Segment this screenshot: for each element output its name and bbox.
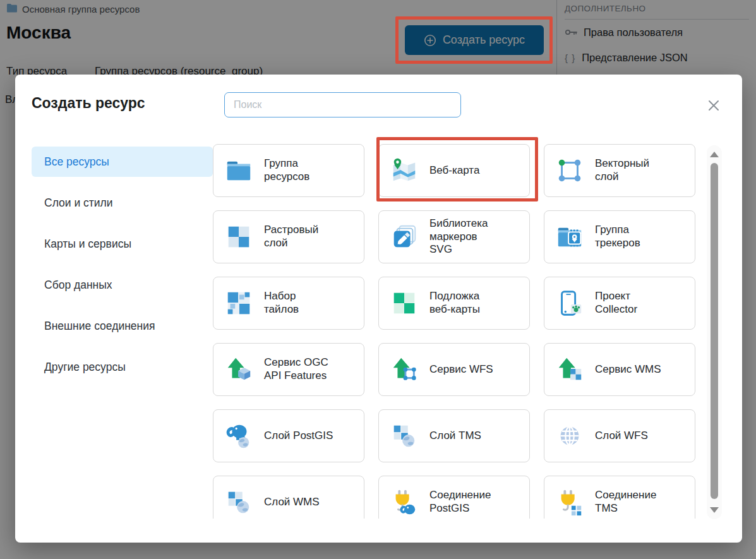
dialog-title: Создать ресурс xyxy=(32,95,145,112)
resource-card-label: Набор тайлов xyxy=(264,290,299,316)
resource-card-basemap[interactable]: Подложка веб-карты xyxy=(378,277,530,330)
resource-group-icon xyxy=(224,156,253,185)
tracker-group-icon xyxy=(555,222,584,251)
postgis-connection-icon xyxy=(390,488,419,517)
resource-card-svg-marker-library[interactable]: Библиотека маркеров SVG xyxy=(378,210,530,263)
svg-marker-library-icon xyxy=(390,222,419,251)
category-other-resources[interactable]: Другие ресурсы xyxy=(32,352,213,382)
resource-card-tileset[interactable]: Набор тайлов xyxy=(213,277,364,330)
raster-layer-icon xyxy=(224,222,253,251)
resource-card-label: Слой WFS xyxy=(595,430,648,443)
ogc-api-service-icon xyxy=(224,355,253,384)
wms-layer-icon xyxy=(224,488,253,517)
tms-layer-icon xyxy=(390,421,419,450)
resource-card-tms-layer[interactable]: Слой TMS xyxy=(378,409,530,462)
resource-card-label: Векторный слой xyxy=(595,157,649,183)
create-resource-dialog: Создать ресурс Все ресурсы Слои и стили … xyxy=(15,75,742,543)
resource-card-label: Библиотека маркеров SVG xyxy=(429,217,488,256)
resource-card-tracker-group[interactable]: Группа трекеров xyxy=(544,210,695,263)
scrollbar-thumb[interactable] xyxy=(711,163,718,499)
resource-card-label: Слой TMS xyxy=(429,430,481,443)
resource-card-raster-layer[interactable]: Растровый слой xyxy=(213,210,364,263)
category-menu: Все ресурсы Слои и стили Карты и сервисы… xyxy=(32,147,213,393)
resource-card-collector-project[interactable]: Проект Collector xyxy=(544,277,695,330)
category-maps-and-services[interactable]: Карты и сервисы xyxy=(32,229,213,259)
category-data-collection[interactable]: Сбор данных xyxy=(32,270,213,300)
vector-layer-icon xyxy=(555,156,584,185)
collector-project-icon xyxy=(555,289,584,318)
category-layers-and-styles[interactable]: Слои и стили xyxy=(32,188,213,218)
scroll-up-icon[interactable] xyxy=(710,152,719,157)
search-input[interactable] xyxy=(224,92,461,117)
resource-card-label: Слой WMS xyxy=(264,496,320,509)
resource-card-label: Соединение PostGIS xyxy=(429,489,491,515)
basemap-icon xyxy=(390,289,419,318)
resource-card-postgis-connection[interactable]: Соединение PostGIS xyxy=(378,476,530,519)
resource-card-wms-layer[interactable]: Слой WMS xyxy=(213,476,364,519)
scroll-down-icon[interactable] xyxy=(710,507,719,513)
resource-card-label: Группа ресурсов xyxy=(264,157,309,183)
resource-card-resource-group[interactable]: Группа ресурсов xyxy=(213,144,364,197)
wfs-service-icon xyxy=(390,355,419,384)
web-map-icon xyxy=(390,156,419,185)
postgis-layer-icon xyxy=(224,421,253,450)
resource-card-label: Проект Collector xyxy=(595,290,637,316)
resource-card-wms-service[interactable]: Сервис WMS xyxy=(544,343,695,396)
resource-card-postgis-layer[interactable]: Слой PostGIS xyxy=(213,409,364,462)
resource-card-label: Соединение TMS xyxy=(595,489,656,515)
category-external-connections[interactable]: Внешние соединения xyxy=(32,311,213,341)
scrollbar[interactable] xyxy=(707,145,722,519)
resource-card-tms-connection[interactable]: Соединение TMS xyxy=(544,476,695,519)
resource-card-label: Сервис WFS xyxy=(429,363,493,376)
resource-card-label: Сервис WMS xyxy=(595,363,661,376)
resource-card-label: Группа трекеров xyxy=(595,224,640,249)
tms-connection-icon xyxy=(555,488,584,517)
wfs-layer-icon xyxy=(555,421,584,450)
resource-card-wfs-service[interactable]: Сервис WFS xyxy=(378,343,530,396)
resource-card-label: Веб-карта xyxy=(429,164,479,177)
resource-card-label: Сервис OGC API Features xyxy=(264,356,328,382)
tileset-icon xyxy=(224,289,253,318)
resource-card-label: Растровый слой xyxy=(264,224,318,249)
resource-card-ogc-api-service[interactable]: Сервис OGC API Features xyxy=(213,343,364,396)
resource-card-web-map[interactable]: Веб-карта xyxy=(378,144,530,197)
resource-card-wfs-layer[interactable]: Слой WFS xyxy=(544,409,695,462)
resource-grid: Группа ресурсов Веб-карта Векторный слой… xyxy=(213,144,695,519)
wms-service-icon xyxy=(555,355,584,384)
category-all-resources[interactable]: Все ресурсы xyxy=(32,147,213,177)
close-icon[interactable] xyxy=(707,99,721,112)
resource-card-label: Подложка веб-карты xyxy=(429,290,480,316)
resource-card-label: Слой PostGIS xyxy=(264,430,333,443)
resource-card-vector-layer[interactable]: Векторный слой xyxy=(544,144,695,197)
